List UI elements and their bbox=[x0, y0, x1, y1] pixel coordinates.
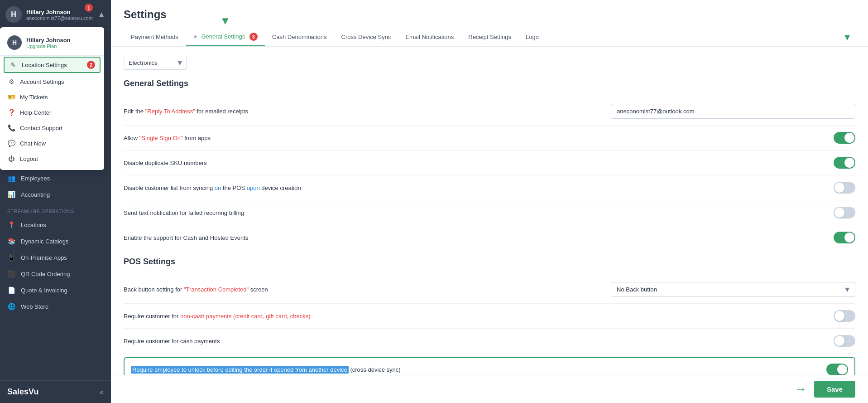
save-arrow-annotation-icon: → bbox=[794, 382, 807, 397]
tab-cash-denominations-label: Cash Denominations bbox=[272, 34, 327, 40]
tab-cross-device-sync-label: Cross Device Sync bbox=[341, 34, 391, 40]
toggle-thumb-text-notif bbox=[834, 208, 844, 218]
enable-cash-hosted-toggle[interactable] bbox=[834, 232, 855, 243]
location-select[interactable]: Electronics Main Store Branch 1 bbox=[124, 56, 187, 70]
save-bar: → Save bbox=[111, 375, 868, 403]
dropdown-logout[interactable]: ⏻ Logout bbox=[0, 151, 104, 166]
on-premise-apps-icon: 📱 bbox=[7, 254, 15, 261]
require-customer-cash-toggle[interactable] bbox=[834, 335, 855, 347]
dropdown-account-settings[interactable]: ⚙ Account Settings bbox=[0, 74, 104, 89]
tab-receipt-settings[interactable]: Receipt Settings bbox=[461, 29, 518, 46]
location-settings-icon: ✎ bbox=[9, 61, 17, 68]
dropdown-upgrade-plan[interactable]: Upgrade Plan bbox=[26, 44, 71, 49]
toggle-thumb-employee-unlock bbox=[837, 364, 847, 374]
upon-highlight: upon bbox=[247, 185, 260, 191]
avatar: H bbox=[5, 6, 22, 23]
toggle-track-customer-list bbox=[834, 182, 855, 194]
back-button-label: Back button setting for "Transaction Com… bbox=[124, 286, 611, 293]
dropdown-logout-label: Logout bbox=[20, 155, 38, 162]
non-cash-highlight: non-cash payments (credit card, gift car… bbox=[180, 313, 311, 320]
on-highlight: on bbox=[215, 185, 221, 191]
sidebar-item-locations[interactable]: 📍 Locations bbox=[0, 217, 111, 233]
enable-cash-hosted-label: Enable the support for Cash and Hosted E… bbox=[124, 234, 834, 241]
row-send-text-notification: Send text notification for failed recurr… bbox=[124, 200, 855, 225]
sidebar-collapse-btn[interactable]: « bbox=[100, 388, 104, 396]
tabs-row: Payment Methods ▼ ★ General Settings 3 C… bbox=[124, 28, 855, 46]
user-menu-toggle[interactable]: ▲ bbox=[97, 10, 106, 19]
row-require-employee-unlock: Require employee to unlock before editin… bbox=[124, 357, 855, 375]
tab-cross-device-sync[interactable]: Cross Device Sync bbox=[334, 29, 398, 46]
disable-sku-toggle[interactable] bbox=[834, 157, 855, 169]
employees-icon: 👥 bbox=[7, 175, 15, 182]
tab-payment-methods[interactable]: Payment Methods bbox=[124, 29, 186, 46]
row-reply-to-address: Edit the "Reply To Address" for emailed … bbox=[124, 97, 855, 126]
user-header[interactable]: H Hillary Johnson aneconomist77@salesvu.… bbox=[0, 0, 111, 29]
down-arrow-annotation: ▼ bbox=[220, 15, 230, 26]
main-content: Settings Payment Methods ▼ ★ General Set… bbox=[111, 0, 868, 403]
toggle-track-sso bbox=[834, 132, 855, 144]
toggle-thumb-cash-hosted bbox=[844, 233, 854, 243]
location-select-row: Electronics Main Store Branch 1 ▼ bbox=[124, 56, 855, 70]
sidebar: H Hillary Johnson aneconomist77@salesvu.… bbox=[0, 0, 111, 403]
disable-customer-list-toggle[interactable] bbox=[834, 182, 855, 194]
sidebar-employees-label: Employees bbox=[21, 175, 50, 182]
logout-icon: ⏻ bbox=[7, 155, 15, 162]
sidebar-item-on-premise-apps[interactable]: 📱 On-Premise Apps bbox=[0, 249, 111, 266]
pos-settings-section: POS Settings Back button setting for "Tr… bbox=[124, 257, 855, 375]
tab-logo[interactable]: Logo bbox=[518, 29, 546, 46]
send-text-notification-toggle[interactable] bbox=[834, 207, 855, 218]
sidebar-item-accounting[interactable]: 📊 Accounting bbox=[0, 186, 111, 203]
qr-code-ordering-icon: ⬛ bbox=[7, 270, 15, 277]
tab-cash-denominations[interactable]: Cash Denominations bbox=[265, 29, 334, 46]
account-settings-icon: ⚙ bbox=[7, 78, 15, 85]
tab-general-settings[interactable]: ▼ ★ General Settings 3 bbox=[186, 28, 265, 46]
require-customer-non-cash-toggle[interactable] bbox=[834, 310, 855, 322]
dropdown-my-tickets[interactable]: 🎫 My Tickets bbox=[0, 89, 104, 105]
toggle-track-text-notif bbox=[834, 207, 855, 218]
row-back-button-setting: Back button setting for "Transaction Com… bbox=[124, 276, 855, 304]
dropdown-my-tickets-label: My Tickets bbox=[20, 94, 48, 101]
dropdown-chat-now[interactable]: 💬 Chat Now bbox=[0, 136, 104, 151]
tab-email-notifications[interactable]: Email Notifications bbox=[398, 29, 461, 46]
sidebar-brand: SalesVu « bbox=[0, 380, 111, 403]
row-require-customer-cash: Require customer for cash payments bbox=[124, 329, 855, 354]
require-employee-unlock-label: Require employee to unlock before editin… bbox=[131, 366, 819, 373]
expand-tabs-btn[interactable]: ▼ bbox=[839, 30, 855, 44]
disable-customer-list-label: Disable customer list from syncing on th… bbox=[124, 185, 834, 191]
sidebar-item-web-store[interactable]: 🌐 Web Store bbox=[0, 298, 111, 315]
require-employee-cross-device-label: (cross device sync) bbox=[350, 366, 400, 373]
badge-2: 2 bbox=[87, 61, 95, 69]
row-disable-sku: Disable duplicate SKU numbers bbox=[124, 151, 855, 175]
toggle-thumb-cash bbox=[834, 336, 844, 346]
toggle-track-employee-unlock bbox=[826, 364, 848, 375]
dropdown-help-center-label: Help Center bbox=[20, 109, 51, 116]
dropdown-avatar: H bbox=[7, 35, 22, 50]
tab-email-notifications-label: Email Notifications bbox=[405, 34, 454, 40]
dropdown-contact-support[interactable]: 📞 Contact Support bbox=[0, 120, 104, 136]
dropdown-help-center[interactable]: ❓ Help Center bbox=[0, 105, 104, 120]
sidebar-item-quote-invoicing[interactable]: 📄 Quote & Invoicing bbox=[0, 282, 111, 298]
reply-to-input[interactable] bbox=[611, 104, 855, 119]
toggle-track-cash-hosted bbox=[834, 232, 855, 243]
sso-highlight: "Single Sign On" bbox=[139, 135, 183, 141]
single-sign-on-toggle[interactable] bbox=[834, 132, 855, 144]
web-store-icon: 🌐 bbox=[7, 303, 15, 310]
dropdown-contact-support-label: Contact Support bbox=[20, 125, 62, 131]
general-settings-section: General Settings Edit the "Reply To Addr… bbox=[124, 79, 855, 250]
general-settings-title: General Settings bbox=[124, 79, 855, 88]
sidebar-item-dynamic-catalogs[interactable]: 📚 Dynamic Catalogs bbox=[0, 233, 111, 249]
user-dropdown-menu: H Hillary Johnson Upgrade Plan ✎ Locatio… bbox=[0, 27, 104, 170]
dropdown-location-settings[interactable]: ✎ Location Settings 2 bbox=[4, 57, 101, 73]
sidebar-item-employees[interactable]: 👥 Employees bbox=[0, 170, 111, 186]
tab-logo-label: Logo bbox=[526, 34, 539, 40]
badge-1: 1 bbox=[85, 4, 93, 12]
dropdown-chat-now-label: Chat Now bbox=[20, 140, 46, 147]
save-button[interactable]: Save bbox=[814, 381, 855, 398]
chat-now-icon: 💬 bbox=[7, 140, 15, 147]
back-button-select[interactable]: No Back button Back to Cart Back to Home bbox=[611, 282, 855, 297]
sidebar-qr-code-label: QR Code Ordering bbox=[21, 271, 70, 277]
pos-settings-title: POS Settings bbox=[124, 257, 855, 267]
sidebar-item-qr-code-ordering[interactable]: ⬛ QR Code Ordering bbox=[0, 266, 111, 282]
require-employee-unlock-toggle[interactable] bbox=[826, 364, 848, 375]
row-enable-cash-hosted: Enable the support for Cash and Hosted E… bbox=[124, 225, 855, 250]
